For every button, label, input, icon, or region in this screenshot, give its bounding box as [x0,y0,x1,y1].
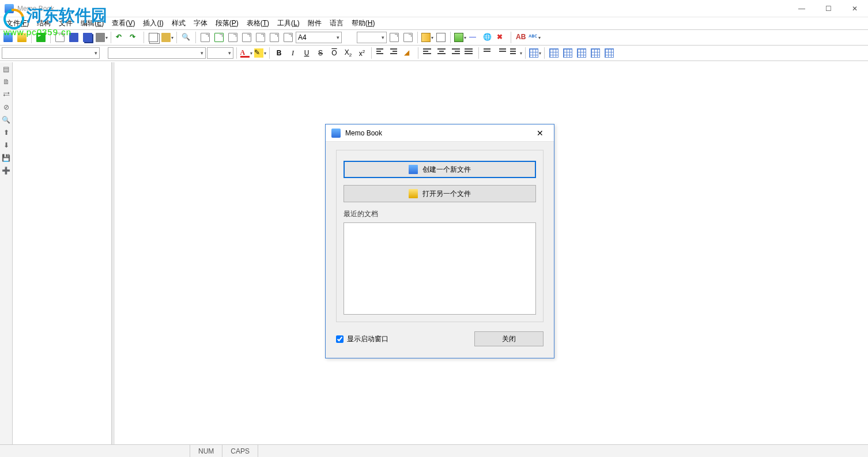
zoom-combo[interactable] [357,32,387,43]
menu-structure[interactable]: 结构 [33,17,55,29]
italic-icon[interactable]: I [286,47,299,59]
globe-icon[interactable]: 🌐 [481,31,494,44]
export-icon[interactable] [35,31,47,44]
side-toolbar: ▤ 🗎 ⮂ ⊘ 🔍 ⬆ ⬇ 💾 ➕ [0,62,13,444]
indent-right-icon[interactable] [388,47,401,59]
font-size-combo[interactable] [207,47,233,59]
menu-attach[interactable]: 附件 [304,17,326,29]
side-rename-icon[interactable]: ⮂ [1,89,12,100]
menu-paragraph[interactable]: 段落(P) [212,17,243,29]
paste-icon[interactable] [161,31,173,44]
show-startup-checkbox[interactable]: 显示启动窗口 [336,334,388,344]
open-another-file-label: 打开另一个文件 [422,189,471,199]
highlight-icon[interactable]: ✎ [254,47,266,59]
align-justify-icon[interactable] [463,47,475,59]
tree-panel[interactable] [13,62,112,444]
menu-file[interactable]: 文件(F) [2,17,33,29]
indent-left-icon[interactable] [375,47,387,59]
bold-icon[interactable]: B [273,47,285,59]
superscript-icon[interactable]: x2 [356,47,368,59]
dialog-titlebar: Memo Book ✕ [326,124,554,142]
overline-icon[interactable]: O [328,47,341,59]
side-down-icon[interactable]: ⬇ [1,140,12,150]
align-center-icon[interactable] [435,47,448,59]
menu-style[interactable]: 样式 [168,17,190,29]
print-icon[interactable] [95,31,108,44]
copy-icon[interactable] [147,31,160,44]
page-icon-4[interactable] [240,31,253,44]
page-icon-7[interactable] [282,31,295,44]
create-new-file-label: 创建一个新文件 [422,165,471,175]
dialog-close-button[interactable]: 关闭 [474,331,544,346]
spellcheck-abc-icon[interactable]: ᴀʙᴄ [528,31,541,44]
spellcheck-icon[interactable]: AB [514,31,527,44]
style-combo[interactable] [2,47,100,59]
page-icon-5[interactable] [254,31,267,44]
indent-icon[interactable] [496,47,508,59]
menu-help[interactable]: 帮助(H) [348,17,379,29]
menu-doc[interactable]: 文件 [55,17,77,29]
recent-docs-label: 最近的文档 [344,209,536,219]
menu-lang[interactable]: 语言 [326,17,348,29]
page-icon-1[interactable] [199,31,212,44]
align-left-icon[interactable] [421,47,434,59]
menu-tools[interactable]: 工具(L) [273,17,304,29]
side-doc-icon[interactable]: 🗎 [1,77,12,87]
page-icon-2[interactable] [213,31,225,44]
page-icon-3[interactable] [227,31,239,44]
save-all-icon[interactable] [81,31,94,44]
window-close-button[interactable]: ✕ [841,0,868,17]
new-doc-icon[interactable] [54,31,66,44]
page-icon-6[interactable] [268,31,281,44]
show-startup-checkbox-input[interactable] [336,335,344,343]
redo-icon[interactable]: ↷ [128,31,141,44]
window-minimize-button[interactable]: — [788,0,815,17]
ruler-icon[interactable] [421,31,433,44]
menu-table[interactable]: 表格(T) [243,17,273,29]
side-search-icon[interactable]: 🔍 [1,115,12,125]
table-col-right-icon[interactable] [561,47,574,59]
rect-icon[interactable] [435,31,447,44]
layout-icon-2[interactable] [402,31,414,44]
table-delete-icon[interactable] [603,47,616,59]
underline-icon[interactable]: U [300,47,313,59]
font-combo[interactable] [108,47,206,59]
page-size-combo[interactable]: A4 [296,32,342,43]
clear-format-icon[interactable]: ◢ [402,47,415,59]
image-icon[interactable] [454,31,466,44]
remove-link-icon[interactable]: ✖ [495,31,508,44]
dialog-close-icon[interactable]: ✕ [532,129,548,138]
side-stop-icon[interactable]: ⊘ [1,102,12,112]
align-right-icon[interactable] [449,47,462,59]
create-new-file-button[interactable]: 创建一个新文件 [344,161,536,178]
side-book-icon[interactable]: ▤ [1,64,12,74]
side-up-icon[interactable]: ⬆ [1,127,12,138]
menu-font[interactable]: 字体 [190,17,212,29]
open-another-file-button[interactable]: 打开另一个文件 [344,185,536,202]
menubar: 文件(F) 结构 文件 编辑(E) 查看(V) 插入(I) 样式 字体 段落(P… [0,17,868,30]
list-icon[interactable] [510,47,522,59]
table-row-below-icon[interactable] [589,47,602,59]
save-icon[interactable] [67,31,80,44]
subscript-icon[interactable]: X2 [342,47,354,59]
menu-edit[interactable]: 编辑(E) [77,17,108,29]
outdent-icon[interactable] [482,47,495,59]
menu-view[interactable]: 查看(V) [108,17,139,29]
side-add-icon[interactable]: ➕ [1,165,12,176]
open-book-icon[interactable] [16,31,28,44]
undo-icon[interactable]: ↶ [114,31,127,44]
table-col-left-icon[interactable] [548,47,560,59]
font-color-icon[interactable]: A [240,47,252,59]
window-maximize-button[interactable]: ☐ [815,0,841,17]
menu-insert[interactable]: 插入(I) [139,17,167,29]
side-save-icon[interactable]: 💾 [1,153,12,163]
link-icon[interactable]: ― [467,31,480,44]
app-icon [5,4,14,13]
new-book-icon[interactable] [2,31,14,44]
table-row-above-icon[interactable] [575,47,588,59]
table-insert-icon[interactable] [529,47,541,59]
find-icon[interactable]: 🔍 [180,31,193,44]
strike-icon[interactable]: S [314,47,327,59]
layout-icon-1[interactable] [388,31,401,44]
recent-docs-list[interactable] [344,222,536,315]
